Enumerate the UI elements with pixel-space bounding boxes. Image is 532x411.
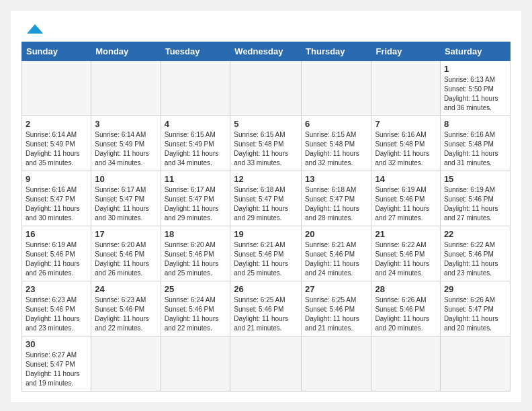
day-number: 23 [26,284,87,294]
day-number: 22 [444,229,506,239]
calendar-cell: 10Sunrise: 6:17 AMSunset: 5:47 PMDayligh… [91,171,161,226]
day-number: 21 [375,229,436,239]
calendar-cell: 11Sunrise: 6:17 AMSunset: 5:47 PMDayligh… [161,171,230,226]
day-info: Sunrise: 6:26 AMSunset: 5:46 PMDaylight:… [375,295,436,333]
calendar-cell [161,61,230,116]
day-number: 8 [444,119,506,129]
day-info: Sunrise: 6:27 AMSunset: 5:47 PMDaylight:… [26,351,87,388]
day-number: 14 [375,174,436,184]
day-info: Sunrise: 6:22 AMSunset: 5:46 PMDaylight:… [375,240,436,278]
calendar-cell: 3Sunrise: 6:14 AMSunset: 5:49 PMDaylight… [91,116,161,171]
day-info: Sunrise: 6:17 AMSunset: 5:47 PMDaylight:… [165,185,227,223]
day-info: Sunrise: 6:26 AMSunset: 5:47 PMDaylight:… [444,295,506,333]
day-info: Sunrise: 6:17 AMSunset: 5:47 PMDaylight:… [95,185,157,223]
calendar-cell [302,336,371,392]
day-info: Sunrise: 6:15 AMSunset: 5:48 PMDaylight:… [234,130,298,168]
weekday-header-wednesday: Wednesday [230,42,302,61]
day-info: Sunrise: 6:23 AMSunset: 5:46 PMDaylight:… [95,295,157,333]
calendar-cell: 1Sunrise: 6:13 AMSunset: 5:50 PMDaylight… [440,61,510,116]
day-info: Sunrise: 6:25 AMSunset: 5:46 PMDaylight:… [305,295,367,333]
weekday-header-saturday: Saturday [440,42,510,61]
calendar-week-row: 2Sunrise: 6:14 AMSunset: 5:49 PMDaylight… [22,116,511,171]
calendar-cell: 12Sunrise: 6:18 AMSunset: 5:47 PMDayligh… [230,171,302,226]
weekday-header-tuesday: Tuesday [161,42,230,61]
calendar-cell [302,61,371,116]
day-number: 2 [26,119,87,129]
day-info: Sunrise: 6:14 AMSunset: 5:49 PMDaylight:… [95,130,157,168]
day-info: Sunrise: 6:19 AMSunset: 5:46 PMDaylight:… [26,240,87,278]
day-info: Sunrise: 6:22 AMSunset: 5:46 PMDaylight:… [444,240,506,278]
day-info: Sunrise: 6:18 AMSunset: 5:47 PMDaylight:… [234,185,298,223]
calendar-cell: 19Sunrise: 6:21 AMSunset: 5:46 PMDayligh… [230,226,302,281]
calendar-cell: 8Sunrise: 6:16 AMSunset: 5:48 PMDaylight… [440,116,510,171]
calendar-cell: 5Sunrise: 6:15 AMSunset: 5:48 PMDaylight… [230,116,302,171]
day-info: Sunrise: 6:19 AMSunset: 5:46 PMDaylight:… [444,185,506,223]
day-number: 1 [444,64,506,74]
day-info: Sunrise: 6:16 AMSunset: 5:48 PMDaylight:… [375,130,436,168]
calendar-cell: 26Sunrise: 6:25 AMSunset: 5:46 PMDayligh… [230,281,302,336]
calendar-week-row: 30Sunrise: 6:27 AMSunset: 5:47 PMDayligh… [22,336,511,392]
calendar-page: SundayMondayTuesdayWednesdayThursdayFrid… [11,11,521,402]
calendar-cell [22,61,91,116]
day-number: 13 [305,174,367,184]
calendar-cell: 24Sunrise: 6:23 AMSunset: 5:46 PMDayligh… [91,281,161,336]
calendar-cell: 25Sunrise: 6:24 AMSunset: 5:46 PMDayligh… [161,281,230,336]
calendar-cell [371,61,440,116]
day-number: 25 [165,284,227,294]
day-info: Sunrise: 6:25 AMSunset: 5:46 PMDaylight:… [234,295,298,333]
logo-icon [23,21,47,36]
calendar-cell: 18Sunrise: 6:20 AMSunset: 5:46 PMDayligh… [161,226,230,281]
calendar-cell: 14Sunrise: 6:19 AMSunset: 5:46 PMDayligh… [371,171,440,226]
calendar-table: SundayMondayTuesdayWednesdayThursdayFrid… [21,42,511,392]
day-info: Sunrise: 6:19 AMSunset: 5:46 PMDaylight:… [375,185,436,223]
day-number: 27 [305,284,367,294]
day-info: Sunrise: 6:20 AMSunset: 5:46 PMDaylight:… [165,240,227,278]
day-number: 26 [234,284,298,294]
calendar-cell: 22Sunrise: 6:22 AMSunset: 5:46 PMDayligh… [440,226,510,281]
calendar-cell: 13Sunrise: 6:18 AMSunset: 5:47 PMDayligh… [302,171,371,226]
weekday-header-friday: Friday [371,42,440,61]
calendar-cell [230,61,302,116]
day-number: 5 [234,119,298,129]
calendar-cell [91,336,161,392]
day-info: Sunrise: 6:15 AMSunset: 5:49 PMDaylight:… [165,130,227,168]
day-number: 11 [165,174,227,184]
weekday-header-row: SundayMondayTuesdayWednesdayThursdayFrid… [22,42,511,61]
calendar-cell: 2Sunrise: 6:14 AMSunset: 5:49 PMDaylight… [22,116,91,171]
day-info: Sunrise: 6:18 AMSunset: 5:47 PMDaylight:… [305,185,367,223]
weekday-header-sunday: Sunday [22,42,91,61]
day-number: 20 [305,229,367,239]
logo [21,21,47,36]
calendar-cell: 23Sunrise: 6:23 AMSunset: 5:46 PMDayligh… [22,281,91,336]
calendar-week-row: 1Sunrise: 6:13 AMSunset: 5:50 PMDaylight… [22,61,511,116]
calendar-week-row: 16Sunrise: 6:19 AMSunset: 5:46 PMDayligh… [22,226,511,281]
day-number: 7 [375,119,436,129]
day-number: 19 [234,229,298,239]
calendar-cell [371,336,440,392]
day-info: Sunrise: 6:15 AMSunset: 5:48 PMDaylight:… [305,130,367,168]
day-number: 12 [234,174,298,184]
day-number: 6 [305,119,367,129]
weekday-header-thursday: Thursday [302,42,371,61]
calendar-cell [440,336,510,392]
calendar-cell: 27Sunrise: 6:25 AMSunset: 5:46 PMDayligh… [302,281,371,336]
day-number: 28 [375,284,436,294]
day-number: 3 [95,119,157,129]
day-number: 24 [95,284,157,294]
day-number: 17 [95,229,157,239]
calendar-cell: 15Sunrise: 6:19 AMSunset: 5:46 PMDayligh… [440,171,510,226]
calendar-cell: 6Sunrise: 6:15 AMSunset: 5:48 PMDaylight… [302,116,371,171]
calendar-cell: 21Sunrise: 6:22 AMSunset: 5:46 PMDayligh… [371,226,440,281]
day-number: 9 [26,174,87,184]
day-number: 4 [165,119,227,129]
calendar-cell [91,61,161,116]
day-number: 29 [444,284,506,294]
calendar-cell: 9Sunrise: 6:16 AMSunset: 5:47 PMDaylight… [22,171,91,226]
day-number: 10 [95,174,157,184]
header [21,21,511,36]
calendar-cell: 28Sunrise: 6:26 AMSunset: 5:46 PMDayligh… [371,281,440,336]
calendar-cell: 20Sunrise: 6:21 AMSunset: 5:46 PMDayligh… [302,226,371,281]
weekday-header-monday: Monday [91,42,161,61]
day-info: Sunrise: 6:16 AMSunset: 5:47 PMDaylight:… [26,185,87,223]
calendar-cell [161,336,230,392]
